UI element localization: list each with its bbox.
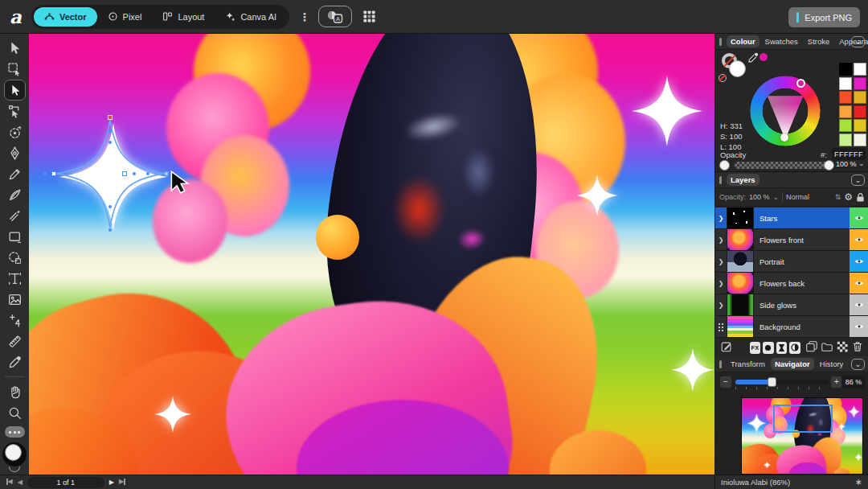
layer-row-portrait[interactable]: ❯ Portrait: [715, 251, 868, 273]
eyedropper-icon[interactable]: [747, 51, 760, 64]
control-point[interactable]: [108, 141, 112, 144]
select-tool[interactable]: [4, 38, 26, 59]
tab-canva-ai[interactable]: Canva AI: [215, 7, 287, 27]
layer-row-stars[interactable]: ❯ Stars: [715, 208, 868, 229]
colour-swatch[interactable]: [839, 134, 852, 146]
auto-trace-button[interactable]: A: [318, 6, 352, 27]
navigator-preview[interactable]: [742, 398, 862, 474]
hue-selector[interactable]: [796, 79, 805, 88]
tab-history[interactable]: History: [816, 358, 848, 370]
control-point[interactable]: [108, 228, 112, 232]
zoom-slider-knob[interactable]: [768, 377, 776, 387]
panel-grip[interactable]: [719, 176, 722, 184]
transparency-button[interactable]: [836, 340, 849, 355]
node-select-tool[interactable]: [4, 101, 26, 121]
blend-stepper-icon[interactable]: ⇅: [835, 193, 841, 201]
layer-row-flowers-front[interactable]: ❯ Flowers front: [715, 229, 868, 251]
tab-pixel[interactable]: Pixel: [97, 7, 153, 27]
visibility-toggle[interactable]: [850, 251, 868, 272]
opacity-dropdown-icon[interactable]: ⌄: [858, 159, 865, 167]
control-point[interactable]: [108, 129, 112, 133]
visibility-toggle[interactable]: [850, 208, 868, 228]
colour-swatch[interactable]: [839, 91, 852, 104]
color-well[interactable]: [2, 442, 27, 466]
colour-swatch[interactable]: [839, 105, 852, 118]
anchor-handle-right-tip[interactable]: [164, 172, 168, 176]
layer-row-background[interactable]: Background: [715, 316, 868, 338]
colour-swatch[interactable]: [854, 77, 866, 90]
control-point[interactable]: [108, 205, 112, 208]
layer-row-side-glows[interactable]: ❯ Side glows: [715, 294, 868, 316]
adjust-tool[interactable]: [4, 310, 26, 331]
collapse-colour-icon[interactable]: ⌄: [851, 36, 865, 47]
fx-button[interactable]: FX: [750, 342, 761, 354]
visibility-toggle[interactable]: [850, 229, 868, 250]
more-menu-icon[interactable]: ⋮: [299, 10, 310, 23]
edit-layer-button[interactable]: [720, 340, 733, 355]
app-logo[interactable]: a: [10, 6, 22, 27]
zoom-tool[interactable]: [4, 402, 26, 423]
eyedropper-tool[interactable]: [4, 351, 26, 372]
panel-grip[interactable]: [719, 38, 722, 46]
expand-layer-icon[interactable]: ❯: [715, 251, 727, 272]
templates-button[interactable]: [358, 6, 380, 27]
rotate-tool[interactable]: [4, 121, 26, 142]
brush-tool[interactable]: [4, 184, 26, 205]
colour-swatch[interactable]: [839, 77, 852, 90]
collapse-inspector-icon[interactable]: ⌄: [851, 359, 865, 370]
tab-transform[interactable]: Transform: [727, 358, 769, 370]
pencil-tool[interactable]: [4, 163, 26, 184]
fill-indicator[interactable]: [729, 60, 746, 77]
prev-page-icon[interactable]: ◀: [18, 479, 23, 486]
pixel-select-tool[interactable]: [4, 247, 26, 268]
colour-swatch[interactable]: [839, 63, 852, 76]
visibility-toggle[interactable]: [850, 316, 868, 337]
lock-icon[interactable]: [856, 192, 865, 203]
tab-vector[interactable]: Vector: [34, 7, 97, 27]
tab-navigator[interactable]: Navigator: [771, 358, 814, 370]
ruler-tool[interactable]: [4, 331, 26, 351]
anchor-handle-top[interactable]: [108, 115, 113, 120]
colour-swatch[interactable]: [854, 134, 866, 146]
expand-layer-icon[interactable]: ❯: [715, 229, 727, 250]
next-page-icon[interactable]: ▶: [109, 479, 114, 486]
delete-layer-button[interactable]: [851, 340, 864, 355]
image-tool[interactable]: [4, 289, 26, 310]
anchor-handle-left[interactable]: [51, 171, 56, 176]
star-shape-selected[interactable]: [747, 414, 767, 434]
expand-layer-icon[interactable]: ❯: [715, 208, 727, 228]
tab-stroke[interactable]: Stroke: [804, 35, 833, 47]
tab-swatches[interactable]: Swatches: [761, 35, 802, 47]
marker-tool[interactable]: [4, 205, 26, 226]
colour-swatch[interactable]: [854, 119, 866, 132]
text-tool[interactable]: [4, 268, 26, 289]
blend-mode-select[interactable]: Normal: [786, 193, 832, 201]
control-point[interactable]: [146, 172, 149, 175]
direct-select-tool[interactable]: [4, 80, 26, 101]
artboard-icon[interactable]: [715, 316, 727, 337]
expand-layer-icon[interactable]: ❯: [715, 273, 727, 294]
expand-layer-icon[interactable]: ❯: [715, 294, 727, 315]
tab-layers[interactable]: Layers: [727, 174, 760, 186]
group-button[interactable]: [821, 340, 833, 355]
contrast-button[interactable]: [789, 342, 800, 354]
no-color-indicator[interactable]: [719, 74, 727, 82]
layer-opacity-value[interactable]: 100 %: [749, 193, 770, 201]
opacity-slider-knob[interactable]: [824, 160, 834, 171]
mask-button[interactable]: [763, 342, 774, 354]
colour-swatch[interactable]: [854, 91, 866, 104]
panel-grip[interactable]: [719, 360, 722, 368]
zoom-in-button[interactable]: +: [831, 376, 842, 388]
colour-swatch[interactable]: [839, 119, 852, 132]
viewport-rectangle[interactable]: [773, 405, 833, 433]
layer-settings-gear-icon[interactable]: ⚙: [844, 191, 853, 203]
favorite-star-icon[interactable]: ∗: [855, 477, 862, 487]
control-point[interactable]: [43, 172, 47, 175]
shade-selector[interactable]: [780, 134, 788, 142]
export-png-button[interactable]: Export PNG: [788, 7, 860, 27]
duplicate-button[interactable]: [805, 340, 818, 355]
colour-swatch[interactable]: [854, 105, 866, 118]
colour-swatch[interactable]: [854, 63, 866, 76]
hand-tool[interactable]: [4, 381, 26, 402]
control-point[interactable]: [133, 172, 136, 175]
